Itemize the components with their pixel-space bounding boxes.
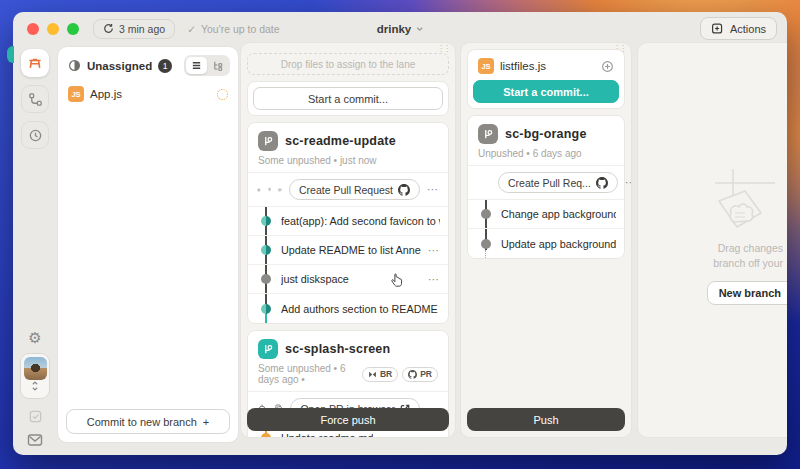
- mouse-cursor-pointer: [390, 273, 403, 288]
- file-row[interactable]: JS listfiles.js: [473, 55, 619, 80]
- commit-row[interactable]: just diskspace ⋯: [248, 265, 448, 294]
- commit-dot: [261, 433, 271, 438]
- branch-header[interactable]: sc-readme-update Some unpushed • just no…: [248, 123, 448, 172]
- branch-menu-button[interactable]: ⋯: [427, 183, 439, 196]
- project-name: drinky: [377, 23, 412, 35]
- chevron-down-icon: [415, 25, 423, 33]
- push-button[interactable]: Push: [467, 408, 625, 431]
- github-icon: [408, 370, 417, 379]
- copy-icon[interactable]: [268, 183, 272, 196]
- pr-pill[interactable]: PR: [402, 367, 438, 382]
- workspace-tab[interactable]: [21, 49, 49, 77]
- branch-menu-button[interactable]: ⋯: [625, 176, 632, 189]
- workspace-icon: [27, 55, 43, 71]
- close-window-button[interactable]: [27, 23, 39, 35]
- br-pill[interactable]: BR: [362, 367, 398, 382]
- tasks-icon[interactable]: [28, 409, 43, 424]
- branch-card-bg-orange: sc-bg-orange Unpushed • 6 days ago Creat…: [467, 115, 625, 259]
- titlebar: 3 min ago ✓ You're up to date drinky Act…: [13, 12, 787, 45]
- branch-badge-icon: [258, 339, 278, 359]
- commit-to-new-branch-label: Commit to new branch: [87, 416, 197, 428]
- plus-icon: +: [203, 416, 209, 428]
- list-view-button[interactable]: [186, 57, 207, 74]
- commit-list: Change app background color t... Update …: [468, 199, 624, 258]
- lane-drag-handle[interactable]: ⋮⋮: [437, 44, 449, 53]
- new-branch-button[interactable]: New branch: [707, 281, 787, 305]
- actions-label: Actions: [730, 23, 766, 35]
- history-tab[interactable]: [21, 121, 49, 149]
- commit-row[interactable]: Add authors section to README file: [248, 294, 448, 323]
- branch-header[interactable]: sc-splash-screen Some unpushed • 6 days …: [248, 331, 448, 391]
- branches-tab[interactable]: [21, 85, 49, 113]
- branches-icon: [28, 92, 43, 107]
- sync-button[interactable]: 3 min ago: [93, 19, 175, 39]
- force-push-button[interactable]: Force push: [247, 408, 449, 431]
- branch-meta: Unpushed • 6 days ago: [478, 148, 614, 159]
- branch-toolbar: Create Pull Req... ⋯: [468, 165, 624, 199]
- minimize-window-button[interactable]: [47, 23, 59, 35]
- commit-message: Update readme.md: [281, 432, 373, 438]
- add-review-icon[interactable]: [278, 183, 282, 197]
- plus-box-icon: [711, 22, 724, 35]
- branch-toolbar: Create Pull Request ⋯: [248, 172, 448, 206]
- commit-dot: [261, 304, 271, 314]
- circle-plus-icon[interactable]: [601, 60, 614, 73]
- file-name: App.js: [90, 88, 122, 100]
- commit-menu-button[interactable]: ⋯: [422, 273, 440, 286]
- settings-button[interactable]: ⚙: [28, 330, 41, 345]
- gitbutler-icon: [368, 370, 377, 379]
- commit-row[interactable]: Update README to list Anne as primar... …: [248, 236, 448, 265]
- commit-to-new-branch-button[interactable]: Commit to new branch +: [66, 409, 230, 434]
- github-icon: [596, 177, 608, 189]
- commit-dot: [481, 239, 491, 249]
- commit-message: Update app background color t...: [501, 238, 616, 250]
- commit-dot: [261, 274, 271, 284]
- file-dropzone[interactable]: Drop files to assign to the lane: [247, 53, 449, 75]
- create-pr-button[interactable]: Create Pull Request: [289, 179, 420, 200]
- start-commit-label: Start a commit...: [503, 86, 589, 98]
- avatar: [24, 357, 47, 380]
- check-icon: ✓: [187, 23, 196, 35]
- js-file-badge: JS: [68, 86, 84, 102]
- commit-menu-button[interactable]: ⋯: [422, 244, 440, 257]
- start-commit-button[interactable]: Start a commit...: [253, 87, 443, 110]
- tree-view-button[interactable]: [207, 57, 228, 74]
- mail-icon[interactable]: [27, 433, 43, 447]
- github-icon: [398, 184, 410, 196]
- start-commit-button[interactable]: Start a commit...: [473, 80, 619, 103]
- commit-row[interactable]: Change app background color t...: [468, 200, 624, 229]
- create-pr-button[interactable]: Create Pull Req...: [498, 172, 618, 193]
- drag-hint-line1: Drag changes: [713, 241, 783, 256]
- commit-message: just diskspace: [281, 273, 349, 285]
- commit-list: feat(app): Add second favicon to web con…: [248, 206, 448, 323]
- target-icon[interactable]: [257, 183, 261, 197]
- commit-row[interactable]: feat(app): Add second favicon to web con…: [248, 207, 448, 236]
- create-pr-label: Create Pull Request: [299, 184, 393, 196]
- project-title-dropdown[interactable]: drinky: [377, 23, 424, 35]
- new-branch-canvas[interactable]: Drag changes branch off your New branch: [637, 42, 787, 438]
- zoom-window-button[interactable]: [67, 23, 79, 35]
- commit-dot: [481, 209, 491, 219]
- commit-dot: [261, 245, 271, 255]
- branch-name: sc-bg-orange: [505, 127, 587, 141]
- commit-row[interactable]: Update app background color t...: [468, 229, 624, 258]
- unassigned-count-badge: 1: [158, 59, 172, 73]
- branch-meta-text: Some unpushed • 6 days ago •: [258, 363, 358, 385]
- branch-name: sc-readme-update: [285, 134, 396, 148]
- last-sync-label: 3 min ago: [119, 23, 165, 35]
- unassigned-icon: [68, 59, 81, 72]
- drag-hint-text: Drag changes branch off your: [713, 241, 783, 271]
- branch-meta: Some unpushed • 6 days ago • BR PR: [258, 363, 438, 385]
- branch-card-readme: sc-readme-update Some unpushed • just no…: [247, 122, 449, 324]
- commit-message: feat(app): Add second favicon to web con…: [281, 215, 440, 227]
- actions-button[interactable]: Actions: [700, 17, 777, 40]
- project-switcher[interactable]: [20, 353, 50, 399]
- file-name: listfiles.js: [500, 60, 546, 72]
- js-file-badge: JS: [478, 58, 494, 74]
- unassigned-title: Unassigned: [87, 60, 152, 72]
- lane-readme: ⋮⋮ Drop files to assign to the lane Star…: [240, 42, 456, 438]
- pr-pill-label: PR: [420, 369, 432, 379]
- branch-header[interactable]: sc-bg-orange Unpushed • 6 days ago: [468, 116, 624, 165]
- up-to-date-status: ✓ You're up to date: [187, 23, 280, 35]
- file-row[interactable]: JS App.js: [58, 82, 238, 106]
